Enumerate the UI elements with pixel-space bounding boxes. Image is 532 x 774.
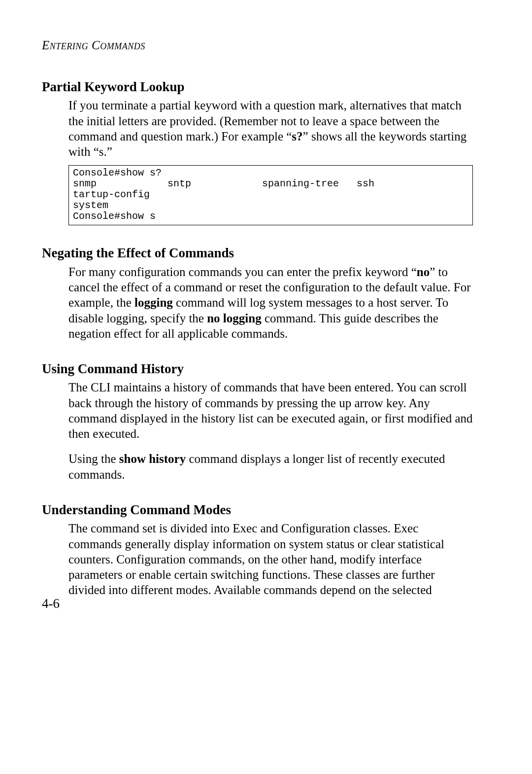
paragraph-partial: If you terminate a partial keyword with … [68,98,473,159]
page-number: 4-6 [42,596,60,611]
section-heading-modes: Understanding Command Modes [42,502,473,518]
running-head: Entering Commands [42,38,145,52]
code-block-partial: Console#show s? snmp sntp spanning-tree … [68,165,473,225]
paragraph-negating: For many configuration commands you can … [68,264,473,341]
section-heading-partial: Partial Keyword Lookup [42,79,473,95]
section-heading-negating: Negating the Effect of Commands [42,245,473,261]
page-content: Partial Keyword Lookup If you terminate … [42,79,473,598]
paragraph-history-2: Using the show history command displays … [68,451,473,482]
paragraph-modes: The command set is divided into Exec and… [68,521,473,598]
section-heading-history: Using Command History [42,361,473,377]
paragraph-history-1: The CLI maintains a history of commands … [68,380,473,441]
